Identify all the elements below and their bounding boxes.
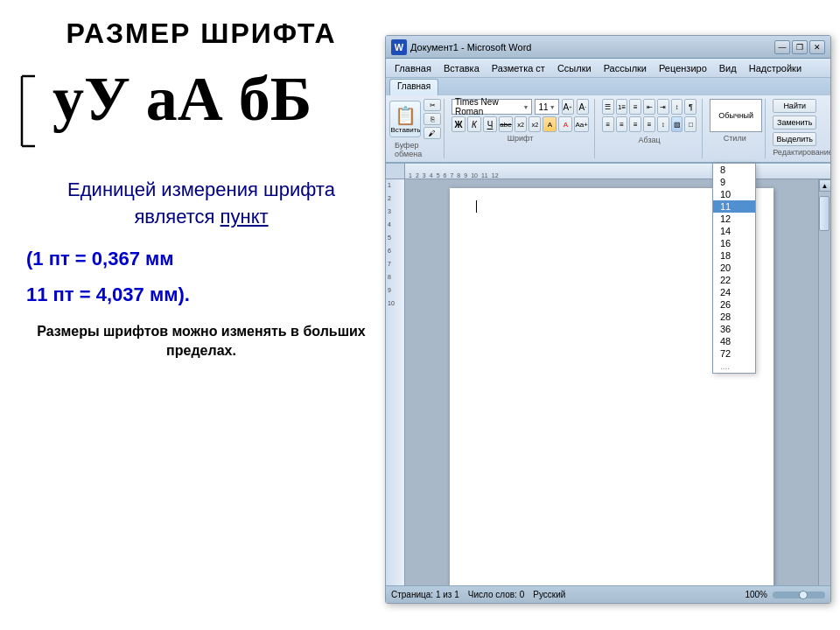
size-option-16[interactable]: 16: [713, 237, 755, 249]
scrollbar-vertical[interactable]: ▲ ▼: [818, 179, 830, 604]
font-size-value: 11: [538, 102, 548, 112]
font-name-value: Times New Roman: [455, 97, 523, 116]
indent-increase-button[interactable]: ⇥: [657, 99, 669, 115]
paragraph-label: Абзац: [602, 136, 696, 144]
scroll-thumb[interactable]: [819, 196, 830, 231]
italic-button[interactable]: К: [467, 116, 481, 132]
zoom-slider[interactable]: [773, 592, 825, 598]
font-demo-text: уУ аА бБ: [52, 67, 312, 130]
edit-buttons: Найти Заменить Выделить: [773, 99, 820, 146]
size-option-24[interactable]: 24: [713, 286, 755, 298]
size-option-22[interactable]: 22: [713, 274, 755, 286]
ribbon-tabs: Главная: [386, 78, 830, 95]
font-size-arrow: ▼: [550, 104, 556, 110]
size-option-9[interactable]: 9: [713, 176, 755, 188]
clipboard-group: 📋 Вставить ✂ ⎘ 🖌 Буфер обмена: [391, 99, 444, 158]
sort-button[interactable]: ↕: [671, 99, 683, 115]
paste-label: Вставить: [391, 126, 421, 134]
numbering-button[interactable]: 1≡: [616, 99, 628, 115]
menu-item-view[interactable]: Вид: [714, 61, 742, 75]
formula2: 11 пт = 4,037 мм).: [26, 280, 376, 309]
align-left-button[interactable]: ≡: [602, 116, 614, 132]
bullets-button[interactable]: ☰: [602, 99, 614, 115]
scroll-track[interactable]: [819, 192, 830, 604]
highlight-button[interactable]: A: [542, 116, 556, 132]
size-option-8[interactable]: 8: [713, 164, 755, 176]
tab-home[interactable]: Главная: [389, 79, 438, 95]
indent-decrease-button[interactable]: ⇤: [643, 99, 655, 115]
format-painter-button[interactable]: 🖌: [424, 127, 441, 139]
menu-item-refs[interactable]: Ссылки: [552, 61, 597, 75]
replace-button[interactable]: Заменить: [773, 116, 816, 130]
size-option-14[interactable]: 14: [713, 225, 755, 237]
border-button[interactable]: □: [684, 116, 696, 132]
font-shrink-button[interactable]: A-: [577, 99, 589, 115]
bracket-icon: [18, 72, 44, 150]
status-right: 100%: [745, 590, 825, 599]
status-page: Страница: 1 из 1: [391, 590, 459, 599]
show-formatting-button[interactable]: ¶: [684, 99, 696, 115]
size-option-48[interactable]: 48: [713, 335, 755, 347]
size-option-26[interactable]: 26: [713, 298, 755, 311]
scroll-up-button[interactable]: ▲: [819, 179, 831, 192]
page-title: РАЗМЕР ШРИФТА: [18, 18, 385, 50]
line-spacing-button[interactable]: ↕: [657, 116, 669, 132]
align-center-button[interactable]: ≡: [616, 116, 628, 132]
menu-item-review[interactable]: Рецензиро: [654, 61, 712, 75]
multilevel-button[interactable]: ≡: [629, 99, 641, 115]
doc-scroll-area: [405, 179, 818, 604]
paste-button[interactable]: 📋 Вставить: [389, 101, 421, 137]
menu-bar: Главная Вставка Разметка ст Ссылки Рассы…: [386, 59, 830, 78]
close-button[interactable]: ✕: [809, 40, 825, 54]
strikethrough-button[interactable]: abe: [499, 116, 513, 132]
restore-button[interactable]: ❐: [792, 40, 808, 54]
font-name-selector[interactable]: Times New Roman ▼: [452, 99, 532, 115]
styles-box[interactable]: Обычный: [710, 99, 762, 132]
description-box: Единицей измерения шрифта является пункт…: [18, 177, 385, 360]
size-option-20[interactable]: 20: [713, 262, 755, 274]
styles-label: Стили: [710, 134, 760, 143]
font-group: Times New Roman ▼ 11 ▼ A+ A- Ж К Ч abe x…: [446, 99, 595, 158]
font-row1: Times New Roman ▼ 11 ▼ A+ A-: [452, 99, 589, 115]
menu-item-addins[interactable]: Надстройки: [744, 61, 807, 75]
editing-label: Редактирование: [773, 148, 820, 157]
title-bar-buttons: — ❐ ✕: [774, 40, 825, 54]
doc-area: 1 2 3 4 5 6 7 8 9 10 ▲ ▼: [386, 179, 830, 604]
size-option-10[interactable]: 10: [713, 188, 755, 200]
editing-group: Найти Заменить Выделить Редактирование: [767, 99, 825, 158]
copy-button[interactable]: ⎘: [424, 113, 441, 125]
size-option-11[interactable]: 11: [713, 200, 755, 213]
size-option-18[interactable]: 18: [713, 249, 755, 262]
ribbon: Главная 📋 Вставить ✂ ⎘ 🖌 Буфер обмена: [386, 78, 830, 164]
bold-button[interactable]: Ж: [452, 116, 466, 132]
fill-color-button[interactable]: ▧: [671, 116, 683, 132]
menu-item-home[interactable]: Главная: [389, 61, 437, 75]
font-name-arrow: ▼: [523, 104, 529, 110]
size-option-28[interactable]: 28: [713, 311, 755, 323]
zoom-thumb[interactable]: [799, 591, 808, 599]
align-right-button[interactable]: ≡: [629, 116, 641, 132]
paste-icon: 📋: [395, 105, 416, 126]
ruler-marks: 1 2 3 4 5 6 7 8 9 10 11 12: [405, 164, 830, 178]
select-button[interactable]: Выделить: [773, 132, 816, 146]
font-size-selector[interactable]: 11 ▼: [535, 99, 558, 115]
menu-item-layout[interactable]: Разметка ст: [486, 61, 550, 75]
font-size-dropdown[interactable]: 8 9 10 11 12 14 16 18 20 22 24 26 28 36 …: [712, 163, 756, 374]
superscript-button[interactable]: x2: [528, 116, 541, 132]
size-option-36[interactable]: 36: [713, 323, 755, 335]
size-option-12[interactable]: 12: [713, 213, 755, 225]
cut-button[interactable]: ✂: [424, 99, 441, 111]
description-note: Размеры шрифтов можно изменять в больших…: [26, 322, 376, 361]
clipboard-label: Буфер обмена: [395, 141, 437, 158]
underline-button[interactable]: Ч: [483, 116, 497, 132]
menu-item-mailings[interactable]: Рассылки: [598, 61, 652, 75]
justify-button[interactable]: ≡: [643, 116, 655, 132]
find-button[interactable]: Найти: [773, 99, 816, 113]
font-grow-button[interactable]: A+: [562, 99, 574, 115]
menu-item-insert[interactable]: Вставка: [438, 61, 485, 75]
clear-format-button[interactable]: Aa+: [574, 116, 588, 132]
subscript-button[interactable]: x2: [514, 116, 527, 132]
font-color-button[interactable]: A: [558, 116, 572, 132]
size-option-72[interactable]: 72: [713, 347, 755, 360]
minimize-button[interactable]: —: [774, 40, 790, 54]
